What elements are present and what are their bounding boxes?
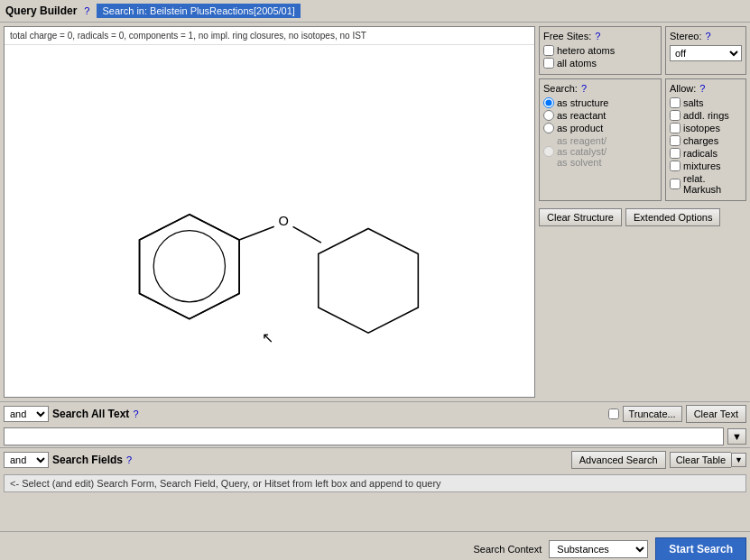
as-product-item: as product xyxy=(543,123,657,133)
as-reactant-item: as reactant xyxy=(543,110,657,121)
stereo-help[interactable]: ? xyxy=(705,31,710,41)
mixtures-checkbox[interactable] xyxy=(670,161,681,171)
action-buttons-row: Clear Structure Extended Options xyxy=(539,208,746,226)
svg-marker-7 xyxy=(319,228,419,333)
addl-rings-item: addl. rings xyxy=(670,110,742,121)
and-select-fields[interactable]: and or not xyxy=(4,452,49,468)
clear-structure-button[interactable]: Clear Structure xyxy=(539,208,622,226)
structure-canvas[interactable]: O ↖ xyxy=(5,45,534,393)
hetero-atoms-item: hetero atoms xyxy=(543,45,657,56)
isotopes-checkbox[interactable] xyxy=(670,123,681,133)
right-panel: Free Sites: ? hetero atoms all atoms Ste… xyxy=(539,26,746,398)
svg-line-6 xyxy=(293,226,321,243)
as-reagent-radio[interactable] xyxy=(543,146,554,157)
svg-text:O: O xyxy=(278,214,288,228)
svg-point-2 xyxy=(153,231,225,302)
as-reagent-item: as reagent/as catalyst/as solvent xyxy=(543,135,657,168)
bottom-row: Search Context Substances Reactions Refe… xyxy=(0,531,750,560)
clear-text-button[interactable]: Clear Text xyxy=(686,405,746,423)
as-structure-radio[interactable] xyxy=(543,97,554,108)
structure-info: total charge = 0, radicals = 0, componen… xyxy=(5,27,534,45)
isotopes-item: isotopes xyxy=(670,123,742,133)
cursor-indicator: ↖ xyxy=(262,329,273,346)
clear-table-arrow[interactable]: ▼ xyxy=(731,453,746,467)
clear-table-group: Clear Table ▼ xyxy=(670,452,746,468)
search-text-input-row: ▼ xyxy=(0,426,750,447)
hetero-atoms-checkbox[interactable] xyxy=(543,45,554,56)
radicals-checkbox[interactable] xyxy=(670,148,681,159)
stereo-select[interactable]: off on either xyxy=(670,45,742,61)
free-sites-help[interactable]: ? xyxy=(595,31,600,41)
extended-options-button[interactable]: Extended Options xyxy=(625,208,720,226)
all-atoms-item: all atoms xyxy=(543,58,657,69)
free-sites-title: Free Sites: ? xyxy=(543,31,657,41)
search-text-dropdown[interactable]: ▼ xyxy=(727,428,746,445)
all-atoms-checkbox[interactable] xyxy=(543,58,554,69)
search-fields-label: Search Fields xyxy=(52,454,123,466)
clear-table-button[interactable]: Clear Table xyxy=(670,452,731,468)
main-container: total charge = 0, radicals = 0, componen… xyxy=(0,23,750,401)
radicals-item: radicals xyxy=(670,148,742,159)
search-all-text-row: and or not Search All Text ? Truncate...… xyxy=(0,401,750,426)
search-in-badge: Search in: Beilstein PlusReactions[2005/… xyxy=(97,4,300,18)
context-select[interactable]: Substances Reactions References xyxy=(549,540,648,558)
salts-checkbox[interactable] xyxy=(670,97,681,108)
search-help[interactable]: ? xyxy=(581,83,587,94)
as-reactant-radio[interactable] xyxy=(543,110,554,121)
salts-item: salts xyxy=(670,97,742,108)
truncate-checkbox[interactable] xyxy=(608,409,619,419)
hint-row: <- Select (and edit) Search Form, Search… xyxy=(4,474,746,492)
as-product-radio[interactable] xyxy=(543,123,554,133)
search-fields-help[interactable]: ? xyxy=(126,454,132,465)
structure-panel: total charge = 0, radicals = 0, componen… xyxy=(4,26,535,398)
allow-help[interactable]: ? xyxy=(699,83,705,94)
stereo-title: Stereo: ? xyxy=(670,31,742,41)
charges-checkbox[interactable] xyxy=(670,135,681,146)
search-text-input[interactable] xyxy=(4,427,724,445)
truncate-button[interactable]: Truncate... xyxy=(623,406,682,422)
and-select-text[interactable]: and or not xyxy=(4,406,49,422)
title-bar: Query Builder ? Search in: Beilstein Plu… xyxy=(0,0,750,23)
advanced-search-button[interactable]: Advanced Search xyxy=(571,451,666,469)
stereo-box: Stereo: ? off on either xyxy=(665,26,746,75)
search-all-text-label: Search All Text xyxy=(52,408,129,420)
addl-rings-checkbox[interactable] xyxy=(670,110,681,121)
allow-box: Allow: ? salts addl. rings isotopes xyxy=(665,78,746,201)
mixtures-item: mixtures xyxy=(670,161,742,171)
bottom-spacer xyxy=(0,495,750,531)
as-structure-item: as structure xyxy=(543,97,657,108)
search-fields-row: and or not Search Fields ? Advanced Sear… xyxy=(0,447,750,472)
search-all-text-help[interactable]: ? xyxy=(133,409,138,419)
title-bar-help[interactable]: ? xyxy=(84,5,89,16)
title-bar-label: Query Builder xyxy=(5,5,77,17)
allow-title: Allow: ? xyxy=(670,83,742,94)
svg-line-5 xyxy=(239,226,274,240)
start-search-button[interactable]: Start Search xyxy=(655,537,746,560)
free-sites-box: Free Sites: ? hetero atoms all atoms xyxy=(539,26,662,75)
relat-markush-checkbox[interactable] xyxy=(670,179,681,189)
search-allow-row: Search: ? as structure as reactant as pr… xyxy=(539,78,746,201)
search-box: Search: ? as structure as reactant as pr… xyxy=(539,78,662,201)
search-context-label: Search Context xyxy=(473,544,542,555)
charges-item: charges xyxy=(670,135,742,146)
top-right-row: Free Sites: ? hetero atoms all atoms Ste… xyxy=(539,26,746,75)
relat-markush-item: relat. Markush xyxy=(670,173,742,195)
search-title: Search: ? xyxy=(543,83,657,94)
